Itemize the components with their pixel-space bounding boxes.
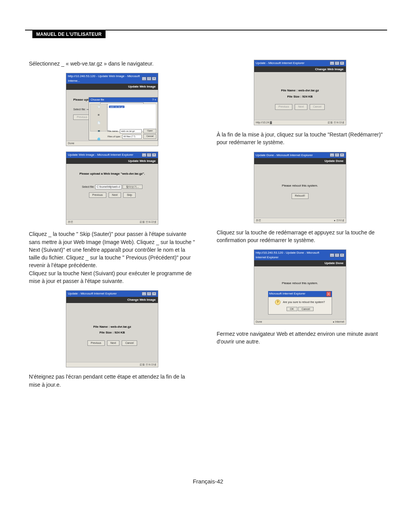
fig-r3-title: http://10.240.53.120 - Update Done - Mic…: [256, 251, 330, 259]
fig-r1-next: Next: [295, 104, 307, 109]
fig-a-fn-val: web-ve.tar.gz: [120, 129, 142, 133]
fig-b-prompt: Please upload a Web Image "web-dvr.tar.g…: [69, 172, 155, 176]
fig-r1-status: http://10.24 ▓ 로컬 인트라넷: [254, 120, 346, 125]
fig-b-titlebar: Update Web Image - Microsoft Internet Ex…: [66, 152, 158, 158]
fig-r1-fsize: File Size : 924 KB: [257, 94, 343, 99]
fig-a-ft-lbl: Files of type:: [107, 135, 121, 138]
fig-b-status-right: 로컬 인트라넷: [139, 220, 156, 224]
fig-r3-dlg-text: Are you sure to reboot the system?: [283, 301, 325, 303]
fig-r3-cancel: Cancel: [298, 307, 314, 311]
left-p3: Cliquez sur la touche Next (Suivant) pou…: [29, 269, 196, 285]
fig-a-cancel: Cancel: [143, 134, 156, 139]
fig-b-body: Please upload a Web Image "web-dvr.tar.g…: [66, 164, 158, 201]
fig-a-title: http://10.240.53.120 - Update Web Image …: [68, 74, 142, 83]
fig-b-next: Next: [109, 192, 121, 198]
fig-r2-status-left: 완료: [256, 219, 261, 222]
fig-r3-dlg-title-text: Microsoft Internet Explorer: [269, 291, 305, 297]
fig-a-ft-val: All files (*.*): [122, 135, 142, 139]
right-p2: Cliquez sur la touche de redémarrage et …: [217, 229, 384, 244]
right-p3: Fermez votre navigateur Web et attendez …: [217, 330, 384, 346]
fig-a-filechooser: Choose file ? × Look in: DVR-16200 ⬅ ⬆ 📂…: [89, 97, 158, 140]
fig-r1-title: Update - Microsoft Internet Explorer: [256, 61, 305, 66]
fig-c-status: 로컬 인트라넷: [66, 362, 158, 367]
fig-a-select-label: Select file:: [73, 108, 86, 111]
fig-r2-titlebar: Update Done - Microsoft Internet Explore…: [254, 152, 346, 158]
fig-r2-banner: Update Done: [254, 158, 346, 164]
right-column: Update - Microsoft Internet Explorer _□×…: [213, 60, 387, 389]
fig-a-fn-lbl: File name:: [107, 130, 118, 133]
fig-r3-status: Done ● Internet: [254, 319, 346, 324]
fig-r1-body: File Name : web-dvr.tar.gz File Size : 9…: [254, 72, 346, 113]
fig-a-fc-file: web-ve.tar.gz: [109, 106, 124, 108]
left-column: Sélectionnez _ « web-ve.tar.gz » dans le…: [25, 60, 200, 389]
page-footer: Français-42: [0, 478, 416, 485]
fig-r2-title: Update Done - Microsoft Internet Explore…: [256, 153, 313, 158]
fig-c-body: File Name : web-dvr.tar.gz File Size : 9…: [66, 303, 158, 349]
fig-b-winbtns: _□×: [142, 153, 156, 157]
fig-a-fc-side: 🕘🖥📄💻🌐: [90, 104, 107, 131]
fig-r1-winbtns: _□×: [330, 61, 344, 65]
fig-b-skip: Skip: [123, 192, 136, 198]
left-p2: Cliquez _ la touche " Skip (Sauter)" pou…: [29, 230, 196, 269]
fig-a-prev: Previous: [73, 114, 91, 120]
fig-r3-status-left: Done: [256, 320, 262, 324]
header-band: MANUEL DE L'UTILISATEUR: [32, 30, 106, 38]
fig-reboot-confirm: http://10.240.53.120 - Update Done - Mic…: [254, 249, 346, 325]
fig-b-status: 완료 로컬 인트라넷: [66, 219, 158, 224]
fig-r3-dlg-body: ? Are you sure to reboot the system? OK …: [268, 297, 332, 315]
left-p1: Sélectionnez _ « web-ve.tar.gz » dans le…: [29, 60, 196, 67]
fig-r3-status-right: ● Internet: [333, 320, 344, 324]
fig-a-status-left: Done: [68, 141, 74, 145]
question-icon: ?: [275, 300, 280, 305]
fig-r2-body: Please reboot this system. Reboot!!: [254, 164, 346, 202]
fig-r3-titlebar: http://10.240.53.120 - Update Done - Mic…: [254, 250, 346, 260]
fig-r1-titlebar: Update - Microsoft Internet Explorer _□×: [254, 60, 346, 66]
fig-r3-dlg-title: Microsoft Internet Explorer ×: [268, 291, 332, 297]
fig-change-image-done: Update - Microsoft Internet Explorer _□×…: [254, 60, 346, 125]
fig-c-title: Update - Microsoft Internet Explorer: [68, 291, 117, 296]
fig-r1-banner: Change Web Image: [254, 66, 346, 72]
fig-a-titlebar: http://10.240.53.120 - Update Web Image …: [66, 73, 158, 84]
fig-a-fc-title-text: Choose file: [91, 98, 104, 102]
fig-b-title: Update Web Image - Microsoft Internet Ex…: [68, 153, 133, 157]
fig-r2-reboot: Reboot!!: [292, 193, 309, 199]
fig-r1-fname: File Name : web-dvr.tar.gz: [257, 88, 343, 93]
fig-c-winbtns: _□×: [142, 292, 156, 296]
fig-b-prev: Previous: [89, 192, 106, 198]
fig-r1-status-left: http://10.24 ▓: [256, 121, 272, 125]
fig-c-fsize: File Size : 924 KB: [69, 330, 155, 335]
fig-b-file-input: C:\home\http\web-d: [95, 185, 122, 189]
right-p1: À la fin de la mise à jour, cliquez sur …: [217, 131, 384, 146]
fig-upload-with-filechooser: http://10.240.53.120 - Update Web Image …: [66, 73, 158, 146]
fig-r3-winbtns: _□×: [330, 253, 344, 257]
fig-a-banner: Update Web Image: [66, 84, 158, 90]
fig-r3-banner: Update Done: [254, 260, 346, 266]
fig-reboot: Update Done - Microsoft Internet Explore…: [254, 152, 346, 223]
fig-c-titlebar: Update - Microsoft Internet Explorer _□×: [66, 291, 158, 297]
fig-c-fname: File Name : web-dvr.tar.gz: [69, 325, 155, 329]
fig-c-status-right: 로컬 인트라넷: [139, 363, 156, 367]
fig-c-next: Next: [107, 340, 119, 346]
fig-a-fc-bottom: File name: web-ve.tar.gz Open Files of t…: [107, 129, 156, 139]
fig-r3-prompt: Please reboot this system.: [257, 281, 343, 286]
fig-r2-status: 완료 ● 인터넷: [254, 218, 346, 223]
fig-a-open: Open: [143, 129, 156, 133]
fig-change-image: Update - Microsoft Internet Explorer _□×…: [66, 290, 158, 367]
fig-b-select-label: Select file:: [82, 185, 94, 188]
fig-r1-prev: Previous: [275, 104, 292, 109]
fig-r3-body: Please reboot this system. Microsoft Int…: [254, 266, 346, 318]
fig-c-cancel: Cancel: [122, 340, 137, 346]
fig-a-winbtns: _□×: [142, 77, 156, 81]
fig-c-prev: Previous: [87, 340, 105, 346]
fig-a-fc-title: Choose file ? ×: [89, 98, 158, 102]
fig-b-browse: 찾아보기...: [122, 185, 143, 189]
fig-upload-filled: Update Web Image - Microsoft Internet Ex…: [66, 152, 158, 225]
fig-c-banner: Change Web Image: [66, 297, 158, 303]
fig-r2-prompt: Please reboot this system.: [257, 184, 343, 188]
fig-r3-ok: OK: [287, 307, 297, 311]
fig-b-banner: Update Web Image: [66, 158, 158, 164]
fig-r2-winbtns: _□×: [330, 153, 344, 157]
fig-r2-status-right: ● 인터넷: [334, 219, 344, 222]
fig-b-status-left: 완료: [68, 220, 73, 224]
left-p4: N'éteignez pas l'écran pendant cette éta…: [29, 373, 196, 389]
